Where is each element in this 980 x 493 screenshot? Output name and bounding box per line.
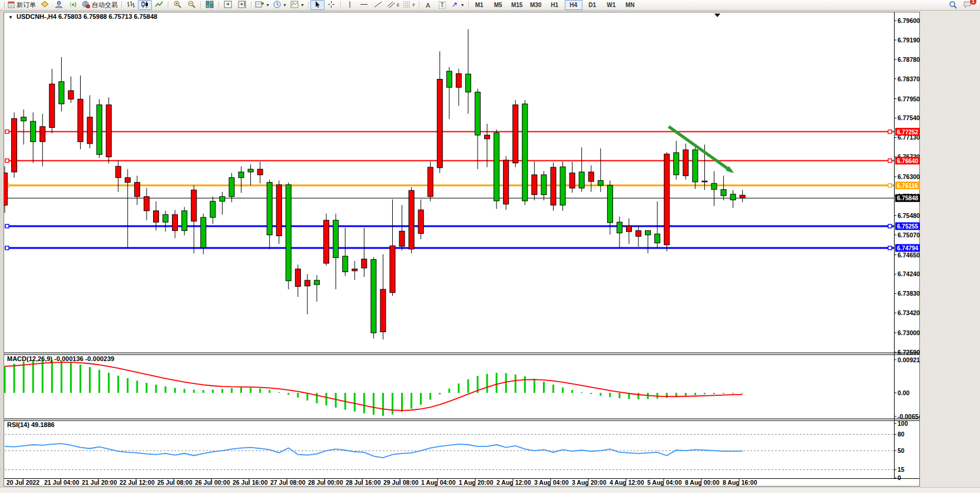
clock-icon xyxy=(273,1,281,9)
candle xyxy=(40,127,45,142)
tile-windows-button[interactable] xyxy=(203,0,217,10)
timeframe-button-M30[interactable]: M30 xyxy=(527,0,545,10)
candle xyxy=(59,82,64,104)
chart-shift-button[interactable] xyxy=(235,0,249,10)
candle xyxy=(475,92,481,135)
timeframe-button-M1[interactable]: M1 xyxy=(471,0,488,10)
line-chart-type-button[interactable] xyxy=(152,0,166,10)
zoom-in-icon xyxy=(173,1,181,9)
autotrading-icon xyxy=(82,1,91,9)
timeframe-button-W1[interactable]: W1 xyxy=(602,0,620,10)
zoom-out-button[interactable] xyxy=(184,0,198,10)
price-level-badge-label: 6.76116 xyxy=(897,183,918,189)
date-label: 4 Aug 12:00 xyxy=(610,479,644,486)
price-level-badge-label: 6.77252 xyxy=(897,129,919,135)
candle xyxy=(711,183,717,189)
price-tick-label: 6.75070 xyxy=(898,231,920,239)
timeframe-button-H1[interactable]: H1 xyxy=(546,0,564,10)
candle xyxy=(314,280,319,284)
text-tool-button[interactable]: A xyxy=(421,0,435,10)
timeframe-button-M15[interactable]: M15 xyxy=(508,0,526,10)
date-label: 25 Jul 08:00 xyxy=(157,479,193,486)
tile-windows-icon xyxy=(206,1,214,9)
bar-chart-icon xyxy=(127,1,135,9)
candle xyxy=(324,220,329,263)
search-icon xyxy=(949,1,957,10)
chevron-down-icon: ▼ xyxy=(461,3,465,7)
candle xyxy=(68,91,74,99)
fibonacci-tool-button[interactable]: F xyxy=(401,0,416,10)
price-tick-label: 6.78370 xyxy=(898,75,920,82)
candle xyxy=(87,117,92,144)
arrows-tool-button[interactable]: ▼ xyxy=(449,0,466,10)
candlestick-chart-type-button[interactable] xyxy=(138,0,152,10)
level-right-marker xyxy=(888,224,892,228)
candle xyxy=(163,214,168,222)
cursor-icon xyxy=(314,1,321,9)
candle xyxy=(409,190,414,249)
timeframe-button-M5[interactable]: M5 xyxy=(489,0,507,10)
price-tick-label: 6.74240 xyxy=(898,270,920,277)
auto-scroll-icon xyxy=(224,1,232,9)
date-label: 20 Jul 2022 xyxy=(6,479,39,486)
candle xyxy=(607,185,612,222)
candle xyxy=(371,260,376,333)
candle xyxy=(343,256,348,272)
zoom-in-button[interactable] xyxy=(170,0,184,10)
trendline-tool-button[interactable] xyxy=(371,0,385,10)
signal-button[interactable] xyxy=(66,0,80,10)
bar-chart-type-button[interactable] xyxy=(124,0,138,10)
date-label: 26 Jul 00:00 xyxy=(195,479,230,486)
date-label: 3 Aug 04:00 xyxy=(534,479,569,486)
date-label: 1 Aug 20:00 xyxy=(459,479,494,486)
toolbar-separator xyxy=(251,1,251,9)
indicators-button[interactable]: ▼ xyxy=(253,0,272,10)
cursor-tool-button[interactable] xyxy=(310,0,325,10)
horizontal-line-tool-button[interactable] xyxy=(357,0,371,10)
search-button[interactable] xyxy=(946,0,960,10)
candle xyxy=(626,226,631,232)
fibonacci-icon xyxy=(403,1,411,9)
chart-title[interactable]: USDCNH-,H4 6.75803 6.75988 6.75713 6.758… xyxy=(16,13,157,20)
timeframe-button-H4[interactable]: H4 xyxy=(565,0,582,10)
vertical-line-tool-button[interactable] xyxy=(343,0,357,10)
auto-scroll-button[interactable] xyxy=(221,0,235,10)
candle xyxy=(125,178,130,183)
autotrading-button[interactable]: 自动交易 xyxy=(80,0,120,10)
timeframe-button-MN[interactable]: MN xyxy=(621,0,639,10)
profile-button[interactable] xyxy=(52,0,66,10)
equidistant-channel-tool-button[interactable]: E xyxy=(385,0,402,10)
notification-badge: 1 xyxy=(970,0,976,5)
candle xyxy=(683,150,688,176)
level-right-marker xyxy=(888,184,892,187)
level-left-marker xyxy=(5,159,9,163)
periods-button[interactable]: ▼ xyxy=(272,0,289,10)
new-order-button[interactable]: 新订单 xyxy=(6,0,38,10)
date-label: 8 Aug 00:00 xyxy=(685,479,720,486)
chevron-down-icon: ▼ xyxy=(283,3,287,7)
price-tick-label: 6.77540 xyxy=(898,114,920,121)
horizontal-line-icon xyxy=(360,1,368,9)
candle xyxy=(456,74,461,87)
timeframe-button-D1[interactable]: D1 xyxy=(584,0,601,10)
chart-dropdown-icon: ▼ xyxy=(8,15,13,20)
candle xyxy=(693,150,698,182)
candle xyxy=(560,167,565,205)
date-label: 8 Aug 16:00 xyxy=(723,479,757,486)
chart-shift-icon xyxy=(238,1,246,9)
autotrading-label: 自动交易 xyxy=(92,1,118,9)
candle xyxy=(721,190,726,196)
candle xyxy=(115,166,121,177)
toolbar-separator xyxy=(340,1,341,9)
notifications-button[interactable]: 1 xyxy=(960,0,974,10)
market-depth-button[interactable] xyxy=(38,0,52,10)
chart-canvas[interactable]: 6.796006.791906.787806.783706.779506.775… xyxy=(4,12,920,487)
channel-glyph: E xyxy=(397,3,400,7)
templates-button[interactable]: ▼ xyxy=(289,0,306,10)
toolbar-separator xyxy=(200,1,201,9)
macd-tick-label: 0.009214 xyxy=(898,356,920,363)
text-label-tool-button[interactable]: T xyxy=(435,0,449,10)
crosshair-tool-button[interactable] xyxy=(325,0,339,10)
price-level-badge-label: 6.75255 xyxy=(897,223,919,230)
chart-shift-marker xyxy=(714,14,720,17)
